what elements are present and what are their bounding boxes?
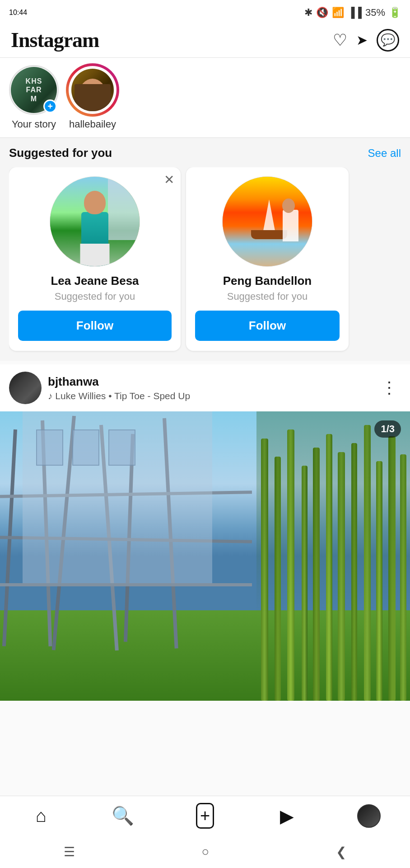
post-image-counter: 1/3 bbox=[374, 420, 401, 438]
your-story-avatar-wrap: KHSFARM + bbox=[9, 65, 59, 115]
see-all-button[interactable]: See all bbox=[368, 147, 401, 160]
nav-add[interactable]: + bbox=[187, 802, 223, 830]
bamboo-shadow bbox=[256, 411, 410, 701]
suggested-cards: ✕ Lea Jeane Besa Suggested for you Follo bbox=[9, 167, 401, 356]
system-nav-back[interactable]: ❮ bbox=[322, 840, 360, 864]
nav-reels[interactable]: ▶ bbox=[269, 802, 305, 830]
status-time: 10:44 bbox=[9, 9, 27, 17]
profile-avatar-icon bbox=[357, 804, 381, 828]
home-icon: ⌂ bbox=[36, 806, 47, 826]
post-user-details: bjthanwa ♪ Luke Willies • Tip Toe - Sped… bbox=[48, 375, 190, 401]
bamboo-forest bbox=[256, 411, 410, 701]
suggestion-avatar-0 bbox=[50, 176, 140, 267]
post-section: bjthanwa ♪ Luke Willies • Tip Toe - Sped… bbox=[0, 364, 410, 701]
window-2 bbox=[72, 429, 99, 466]
cursor-icon: ➤ bbox=[356, 32, 368, 48]
your-story-label: Your story bbox=[12, 118, 56, 130]
follow-button-1[interactable]: Follow bbox=[195, 311, 340, 341]
suggestion-name-0: Lea Jeane Besa bbox=[18, 274, 172, 288]
post-header: bjthanwa ♪ Luke Willies • Tip Toe - Sped… bbox=[0, 364, 410, 411]
post-image: 1/3 bbox=[0, 411, 410, 701]
post-username[interactable]: bjthanwa bbox=[48, 375, 190, 389]
suggestion-card-1: Peng Bandellon Suggested for you Follow bbox=[186, 167, 349, 351]
suggested-section: Suggested for you See all ✕ bbox=[0, 138, 410, 361]
follow-button-0[interactable]: Follow bbox=[18, 311, 172, 341]
post-avatar-inner bbox=[9, 372, 42, 404]
suggestion-sub-1: Suggested for you bbox=[195, 291, 340, 302]
messenger-icon[interactable]: 💬 bbox=[377, 29, 399, 52]
stories-section: KHSFARM + Your story hallebailey bbox=[0, 58, 410, 138]
add-icon: + bbox=[196, 803, 214, 829]
main-header: Instagram ♡ ➤ 💬 bbox=[0, 24, 410, 58]
suggestion-avatar-1 bbox=[222, 176, 312, 267]
nav-search[interactable]: 🔍 bbox=[105, 802, 141, 830]
h-beam-3 bbox=[0, 583, 252, 586]
close-suggestion-0[interactable]: ✕ bbox=[164, 174, 174, 186]
system-nav: ☰ ○ ❮ bbox=[0, 835, 410, 868]
story-item-hallebailey[interactable]: hallebailey bbox=[68, 65, 117, 130]
window-1 bbox=[36, 429, 63, 466]
reels-icon: ▶ bbox=[280, 806, 294, 826]
header-actions: ♡ ➤ 💬 bbox=[333, 29, 399, 52]
system-nav-home[interactable]: ○ bbox=[188, 840, 223, 863]
nav-home[interactable]: ⌂ bbox=[23, 802, 59, 830]
window-3 bbox=[108, 429, 135, 466]
suggested-header: Suggested for you See all bbox=[9, 146, 401, 160]
status-bar: 10:44 ✱ 🔇 📶 ▐▐ 35% 🔋 bbox=[0, 0, 410, 24]
post-user-info: bjthanwa ♪ Luke Willies • Tip Toe - Sped… bbox=[9, 372, 190, 404]
post-avatar[interactable] bbox=[9, 372, 42, 404]
hallebailey-story-label: hallebailey bbox=[69, 118, 116, 130]
battery-icon: 🔋 bbox=[389, 7, 401, 19]
hallebailey-avatar bbox=[71, 69, 114, 111]
signal-icon: ▐▐ bbox=[348, 7, 362, 19]
hallebailey-avatar-wrap bbox=[68, 65, 117, 115]
mute-icon: 🔇 bbox=[316, 7, 328, 19]
battery-percent: 35% bbox=[365, 7, 385, 19]
heart-icon[interactable]: ♡ bbox=[333, 31, 347, 50]
nav-profile[interactable] bbox=[351, 802, 387, 830]
status-right-icons: ✱ 🔇 📶 ▐▐ 35% 🔋 bbox=[304, 7, 401, 19]
hallebailey-bg bbox=[71, 69, 114, 111]
add-story-badge[interactable]: + bbox=[43, 99, 57, 113]
suggestion-sub-0: Suggested for you bbox=[18, 291, 172, 302]
bottom-nav: ⌂ 🔍 + ▶ bbox=[0, 796, 410, 835]
suggestion-name-1: Peng Bandellon bbox=[195, 274, 340, 288]
suggestion-card-0: ✕ Lea Jeane Besa Suggested for you Follo bbox=[9, 167, 181, 351]
instagram-logo: Instagram bbox=[11, 28, 99, 52]
bluetooth-icon: ✱ bbox=[304, 7, 312, 19]
post-more-icon[interactable]: ⋮ bbox=[377, 378, 401, 397]
wifi-icon: 📶 bbox=[332, 7, 344, 19]
post-music: ♪ Luke Willies • Tip Toe - Sped Up bbox=[48, 391, 190, 401]
system-nav-recent[interactable]: ☰ bbox=[50, 840, 89, 864]
story-item-your[interactable]: KHSFARM + Your story bbox=[9, 65, 59, 130]
building-facade bbox=[23, 411, 212, 583]
search-icon: 🔍 bbox=[112, 805, 134, 826]
suggested-title: Suggested for you bbox=[9, 146, 112, 160]
